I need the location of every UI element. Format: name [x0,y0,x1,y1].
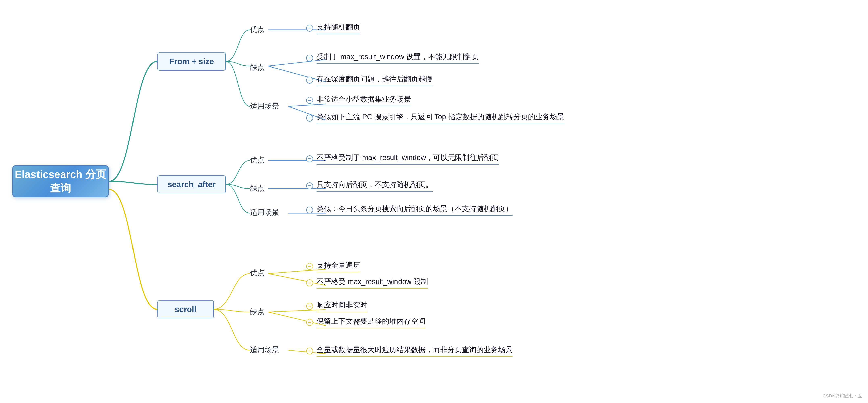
branch-scroll-label: scroll [175,305,196,314]
leaf-sc-p1: − 支持全量遍历 [303,260,360,272]
cat-fs-pros: 优点 [250,25,265,34]
minus-icon: − [306,303,313,310]
cat-sc-cons: 缺点 [250,307,265,316]
cat-sa-cons: 缺点 [250,183,265,193]
leaf-sc-u1: − 全量或数据量很大时遍历结果数据，而非分页查询的业务场景 [303,345,513,357]
leaf-fs-c2-text: 存在深度翻页问题，越往后翻页越慢 [317,74,433,86]
cat-sa-pros: 优点 [250,155,265,165]
minus-icon: − [306,182,313,189]
branch-search-after: search_after [157,175,226,194]
minus-icon: − [306,115,313,122]
minus-icon: − [306,319,313,326]
leaf-sa-p1: − 不严格受制于 max_result_window，可以无限制往后翻页 [303,153,499,165]
minus-icon: − [306,263,313,270]
cat-sa-use: 适用场景 [250,207,279,217]
leaf-fs-u1: − 非常适合小型数据集业务场景 [303,94,411,106]
minus-icon: − [306,97,313,104]
cat-sc-use: 适用场景 [250,345,279,355]
leaf-sc-p2: − 不严格受 max_result_window 限制 [303,277,428,289]
cat-fs-use: 适用场景 [250,101,279,111]
leaf-fs-u1-text: 非常适合小型数据集业务场景 [317,94,411,106]
watermark: CSDN@码匠七卜玉 [823,393,862,399]
leaf-sc-p1-text: 支持全量遍历 [317,260,360,272]
leaf-sc-c2-text: 保留上下文需要足够的堆内存空间 [317,316,426,328]
leaf-fs-c1-text: 受制于 max_result_window 设置，不能无限制翻页 [317,52,479,64]
minus-icon: − [306,77,313,83]
leaf-fs-p1-text: 支持随机翻页 [317,22,360,34]
minus-icon: − [306,25,313,32]
mind-map: Elasticsearch 分页查询 From + size search_af… [0,0,868,403]
branch-from-size: From + size [157,53,226,70]
leaf-fs-p1: − 支持随机翻页 [303,22,360,34]
branch-scroll: scroll [157,300,214,318]
minus-icon: − [306,55,313,62]
leaf-sa-u1-text: 类似：今日头条分页搜索向后翻页的场景（不支持随机翻页） [317,204,513,216]
leaf-sa-c1: − 只支持向后翻页，不支持随机翻页。 [303,180,433,192]
cat-fs-cons: 缺点 [250,63,265,72]
leaf-fs-c2: − 存在深度翻页问题，越往后翻页越慢 [303,74,433,86]
branch-from-size-label: From + size [169,57,214,66]
root-label: Elasticsearch 分页查询 [13,168,108,195]
minus-icon: − [306,279,313,286]
leaf-sc-c1: − 响应时间非实时 [303,300,367,312]
leaf-sc-u1-text: 全量或数据量很大时遍历结果数据，而非分页查询的业务场景 [317,345,513,357]
leaf-sc-c1-text: 响应时间非实时 [317,300,367,312]
root-node: Elasticsearch 分页查询 [12,165,109,198]
minus-icon: − [306,347,313,355]
branch-search-after-label: search_after [167,180,216,189]
minus-icon: − [306,155,313,162]
leaf-sc-c2: − 保留上下文需要足够的堆内存空间 [303,316,426,328]
leaf-fs-u2: − 类似如下主流 PC 搜索引擎，只返回 Top 指定数据的随机跳转分页的业务场… [303,112,564,124]
leaf-sa-u1: − 类似：今日头条分页搜索向后翻页的场景（不支持随机翻页） [303,204,513,216]
cat-sc-pros: 优点 [250,268,265,278]
leaf-fs-c1: − 受制于 max_result_window 设置，不能无限制翻页 [303,52,479,64]
leaf-fs-u2-text: 类似如下主流 PC 搜索引擎，只返回 Top 指定数据的随机跳转分页的业务场景 [317,112,564,124]
minus-icon: − [306,206,313,213]
leaf-sc-p2-text: 不严格受 max_result_window 限制 [317,277,428,289]
leaf-sa-c1-text: 只支持向后翻页，不支持随机翻页。 [317,180,433,192]
leaf-sa-p1-text: 不严格受制于 max_result_window，可以无限制往后翻页 [317,153,499,165]
